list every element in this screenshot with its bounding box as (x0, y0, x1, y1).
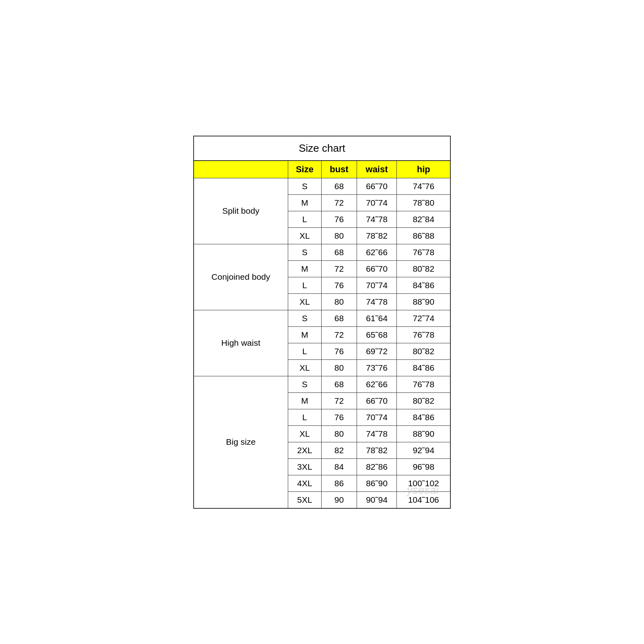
waist-cell: 78˜82 (357, 442, 397, 458)
waist-cell: 69˜72 (357, 343, 397, 359)
table-row: Split bodyS6866˜7074˜76 (194, 178, 450, 194)
size-chart-table: Size chart Size bust waist hip Split bod… (193, 136, 451, 509)
waist-cell: 66˜70 (357, 260, 397, 277)
hip-cell: 88˜90 (397, 425, 450, 442)
bust-cell: 72 (322, 194, 357, 211)
size-cell: M (288, 326, 322, 343)
size-cell: 2XL (288, 442, 322, 458)
waist-cell: 70˜74 (357, 194, 397, 211)
waist-cell: 70˜74 (357, 277, 397, 293)
table-row: Conjoined bodyS6862˜6676˜78 (194, 244, 450, 260)
header-waist: waist (357, 161, 397, 178)
size-cell: XL (288, 293, 322, 310)
bust-cell: 76 (322, 343, 357, 359)
bust-cell: 76 (322, 211, 357, 227)
hip-cell: 76˜78 (397, 376, 450, 392)
table-row: Big sizeS6862˜6676˜78 (194, 376, 450, 392)
bust-cell: 68 (322, 310, 357, 326)
bust-cell: 72 (322, 392, 357, 409)
hip-cell: 76˜78 (397, 326, 450, 343)
category-cell: Split body (194, 178, 288, 244)
bust-cell: 68 (322, 376, 357, 392)
size-cell: L (288, 343, 322, 359)
hip-cell: 80˜82 (397, 392, 450, 409)
hip-cell: 92˜94 (397, 442, 450, 458)
hip-cell: 96˜98 (397, 458, 450, 475)
hip-cell: 86˜88 (397, 227, 450, 244)
hip-cell: 72˜74 (397, 310, 450, 326)
bust-cell: 76 (322, 277, 357, 293)
size-cell: M (288, 194, 322, 211)
header-bust: bust (322, 161, 357, 178)
hip-cell: 74˜76 (397, 178, 450, 194)
size-cell: XL (288, 359, 322, 376)
bust-cell: 72 (322, 260, 357, 277)
waist-cell: 70˜74 (357, 409, 397, 425)
waist-cell: 90˜94 (357, 491, 397, 508)
table-row: High waistS6861˜6472˜74 (194, 310, 450, 326)
hip-cell: 88˜90 (397, 293, 450, 310)
hip-cell: 100˜102 (397, 475, 450, 491)
header-size: Size (288, 161, 322, 178)
waist-cell: 66˜70 (357, 392, 397, 409)
size-cell: 5XL (288, 491, 322, 508)
hip-cell: 84˜86 (397, 409, 450, 425)
category-cell: Conjoined body (194, 244, 288, 310)
size-cell: S (288, 244, 322, 260)
size-cell: S (288, 310, 322, 326)
bust-cell: 80 (322, 425, 357, 442)
size-cell: XL (288, 227, 322, 244)
category-cell: High waist (194, 310, 288, 376)
waist-cell: 61˜64 (357, 310, 397, 326)
size-cell: 4XL (288, 475, 322, 491)
hip-cell: 82˜84 (397, 211, 450, 227)
waist-cell: 66˜70 (357, 178, 397, 194)
size-cell: XL (288, 425, 322, 442)
bust-cell: 72 (322, 326, 357, 343)
bust-cell: 86 (322, 475, 357, 491)
header-hip: hip (397, 161, 450, 178)
size-cell: S (288, 376, 322, 392)
header-row: Size bust waist hip (194, 161, 450, 178)
bust-cell: 68 (322, 244, 357, 260)
bust-cell: 82 (322, 442, 357, 458)
waist-cell: 62˜66 (357, 376, 397, 392)
waist-cell: 74˜78 (357, 211, 397, 227)
bust-cell: 84 (322, 458, 357, 475)
size-cell: L (288, 277, 322, 293)
waist-cell: 73˜76 (357, 359, 397, 376)
size-cell: L (288, 211, 322, 227)
waist-cell: 78˜82 (357, 227, 397, 244)
hip-cell: 80˜82 (397, 343, 450, 359)
hip-cell: 104˜106 (397, 491, 450, 508)
size-cell: M (288, 260, 322, 277)
category-cell: Big size (194, 376, 288, 508)
waist-cell: 74˜78 (357, 425, 397, 442)
hip-cell: 78˜80 (397, 194, 450, 211)
bust-cell: 80 (322, 359, 357, 376)
hip-cell: 84˜86 (397, 277, 450, 293)
bust-cell: 90 (322, 491, 357, 508)
chart-wrapper: Size chart Size bust waist hip Split bod… (181, 124, 463, 521)
bust-cell: 80 (322, 293, 357, 310)
size-cell: L (288, 409, 322, 425)
bust-cell: 76 (322, 409, 357, 425)
bust-cell: 80 (322, 227, 357, 244)
waist-cell: 65˜68 (357, 326, 397, 343)
bust-cell: 68 (322, 178, 357, 194)
hip-cell: 76˜78 (397, 244, 450, 260)
chart-title: Size chart (194, 136, 450, 161)
waist-cell: 82˜86 (357, 458, 397, 475)
size-cell: 3XL (288, 458, 322, 475)
header-category (194, 161, 288, 178)
size-cell: M (288, 392, 322, 409)
hip-cell: 84˜86 (397, 359, 450, 376)
size-cell: S (288, 178, 322, 194)
waist-cell: 86˜90 (357, 475, 397, 491)
waist-cell: 74˜78 (357, 293, 397, 310)
hip-cell: 80˜82 (397, 260, 450, 277)
title-row: Size chart (194, 136, 450, 161)
waist-cell: 62˜66 (357, 244, 397, 260)
